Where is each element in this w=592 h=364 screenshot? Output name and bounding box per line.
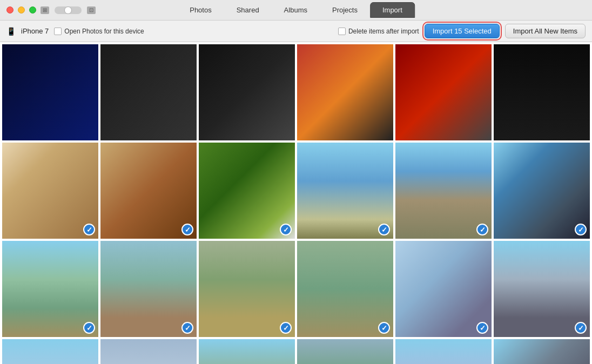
selected-badge: ✓	[181, 322, 193, 334]
tab-albums[interactable]: Albums	[272, 2, 320, 18]
photo-cell[interactable]	[199, 44, 295, 140]
tab-photos[interactable]: Photos	[177, 2, 224, 18]
import-all-button[interactable]: Import All New Items	[505, 24, 586, 38]
photo-cell[interactable]: ✓	[494, 241, 590, 337]
import-selected-button[interactable]: Import 15 Selected	[425, 24, 500, 38]
open-photos-check[interactable]: Open Photos for this device	[54, 28, 144, 35]
selected-badge: ✓	[280, 322, 292, 334]
selected-badge: ✓	[378, 224, 390, 235]
open-photos-checkbox[interactable]	[54, 28, 62, 35]
tab-shared[interactable]: Shared	[224, 2, 272, 18]
tab-bar: Photos Shared Albums Projects Import	[177, 2, 415, 18]
selected-badge: ✓	[83, 224, 95, 235]
slider-control[interactable]	[55, 6, 82, 14]
photo-cell[interactable]	[297, 339, 393, 364]
window-icons: ⊞ ⊡	[41, 6, 96, 14]
photo-cell[interactable]	[494, 339, 590, 364]
photo-cell[interactable]: ✓	[494, 143, 590, 239]
selected-badge: ✓	[476, 224, 488, 235]
tab-import[interactable]: Import	[370, 2, 415, 18]
photo-cell[interactable]: ✓	[2, 143, 98, 239]
device-name: iPhone 7	[21, 27, 49, 35]
selected-badge: ✓	[575, 322, 587, 334]
photo-cell[interactable]	[395, 339, 492, 364]
photo-cell[interactable]: ✓	[2, 339, 98, 364]
titlebar: ⊞ ⊡ Photos Shared Albums Projects Import	[0, 0, 592, 21]
selected-badge: ✓	[181, 224, 193, 235]
selected-badge: ✓	[280, 224, 292, 235]
selected-badge: ✓	[378, 322, 390, 334]
photo-cell[interactable]: ✓	[199, 241, 295, 337]
sidebar-toggle-icon[interactable]: ⊞	[41, 6, 49, 14]
photo-cell[interactable]: ✓	[199, 143, 295, 239]
photo-cell[interactable]: ✓	[199, 339, 295, 364]
photo-grid: ✓✓✓✓✓✓✓✓✓✓✓✓✓✓✓	[0, 42, 592, 364]
toolbar: 📱 iPhone 7 Open Photos for this device D…	[0, 21, 592, 42]
delete-checkbox[interactable]	[338, 28, 346, 35]
selected-badge: ✓	[476, 322, 488, 334]
selected-badge: ✓	[83, 322, 95, 334]
photo-cell[interactable]: ✓	[100, 143, 197, 239]
photo-cell[interactable]: ✓	[395, 143, 492, 239]
delete-label: Delete items after import	[348, 28, 419, 35]
tab-projects[interactable]: Projects	[320, 2, 370, 18]
photo-cell[interactable]: ✓	[100, 241, 197, 337]
minimize-button[interactable]	[18, 6, 25, 14]
photo-cell[interactable]	[395, 44, 492, 140]
device-icon: 📱	[6, 27, 16, 36]
photo-cell[interactable]: ✓	[297, 143, 393, 239]
photo-cell[interactable]	[2, 44, 98, 140]
open-photos-label: Open Photos for this device	[64, 28, 144, 35]
photo-cell[interactable]	[100, 44, 197, 140]
fullscreen-button[interactable]	[29, 6, 36, 14]
close-button[interactable]	[6, 6, 14, 14]
selected-badge: ✓	[575, 224, 587, 235]
photo-grid-container: ✓✓✓✓✓✓✓✓✓✓✓✓✓✓✓	[0, 42, 592, 364]
photo-cell[interactable]: ✓	[395, 241, 492, 337]
traffic-lights	[0, 6, 36, 14]
photo-cell[interactable]: ✓	[100, 339, 197, 364]
photo-cell[interactable]	[494, 44, 590, 140]
photo-cell[interactable]: ✓	[297, 241, 393, 337]
view-toggle-icon[interactable]: ⊡	[87, 6, 96, 14]
delete-check[interactable]: Delete items after import	[338, 28, 419, 35]
photo-cell[interactable]: ✓	[2, 241, 98, 337]
photo-cell[interactable]	[297, 44, 393, 140]
